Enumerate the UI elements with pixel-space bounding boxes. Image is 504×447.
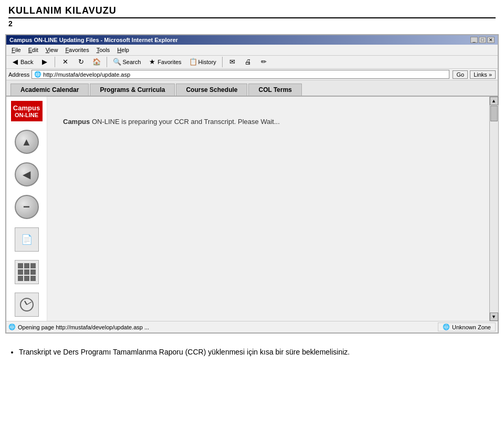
links-button[interactable]: Links » [470, 70, 496, 79]
toolbar-sep-1 [55, 57, 55, 67]
tab-col-terms[interactable]: COL Terms [248, 84, 302, 96]
main-content: Campus ON-LINE is preparing your CCR and… [47, 97, 489, 321]
maximize-button[interactable]: □ [479, 37, 486, 43]
minimize-button[interactable]: _ [470, 37, 478, 43]
address-input[interactable] [43, 71, 447, 78]
menu-help[interactable]: Help [114, 46, 132, 54]
history-button[interactable]: 📋 History [186, 57, 219, 67]
print-icon: 🖨 [244, 58, 253, 66]
browser-content-wrapper: Campus ON-LINE ▲ ◀ − 📄 [6, 97, 498, 321]
tab-programs-curricula[interactable]: Programs & Curricula [90, 84, 175, 96]
stop-button[interactable]: ✕ [58, 57, 72, 67]
address-input-wrap: 🌐 [32, 70, 449, 79]
scrollbar-track [490, 105, 498, 313]
back-button[interactable]: ◀ Back [8, 57, 36, 67]
favorites-button[interactable]: ★ Favorites [145, 57, 184, 67]
scrollbar-right: ▲ ▼ [489, 97, 498, 321]
status-zone: 🌐 Unknown Zone [438, 323, 496, 331]
star-icon: ★ [148, 58, 156, 66]
menu-bar: File Edit View Favorites Tools Help [6, 45, 498, 56]
clock-button[interactable] [15, 293, 39, 317]
back-arrow-button[interactable]: ◀ [15, 162, 39, 186]
zone-label: Unknown Zone [452, 324, 491, 330]
page-number: 2 [8, 19, 496, 28]
go-button[interactable]: Go [453, 70, 468, 79]
logo-campus: Campus [13, 104, 40, 112]
status-page-icon: 🌐 [8, 324, 16, 331]
left-sidebar: Campus ON-LINE ▲ ◀ − 📄 [6, 97, 47, 321]
toolbar: ◀ Back ▶ ✕ ↻ 🏠 🔍 Search ★ Favorites 📋 Hi… [6, 56, 498, 69]
page-title: KULLANIM KILAVUZU [8, 5, 496, 16]
browser-title: Campus ON-LINE Updating Files - Microsof… [9, 37, 178, 43]
print-button[interactable]: 🖨 [242, 57, 255, 67]
up-arrow-button[interactable]: ▲ [15, 130, 39, 154]
browser-window: Campus ON-LINE Updating Files - Microsof… [5, 34, 499, 334]
title-bar: Campus ON-LINE Updating Files - Microsof… [6, 35, 498, 45]
menu-file[interactable]: File [8, 46, 24, 54]
left-arrow-icon: ◀ [23, 168, 30, 181]
home-icon: 🏠 [92, 58, 101, 66]
menu-edit[interactable]: Edit [25, 46, 41, 54]
edit-icon: ✏ [260, 58, 268, 66]
up-arrow-icon: ▲ [22, 136, 32, 148]
search-icon: 🔍 [113, 58, 121, 66]
status-bar: 🌐 Opening page http://mustafa/develop/up… [6, 321, 498, 332]
nav-tabs-bar: Academic Calendar Programs & Curricula C… [6, 80, 498, 97]
minus-button[interactable]: − [15, 195, 39, 219]
toolbar-sep-3 [222, 57, 223, 67]
mail-button[interactable]: ✉ [226, 57, 239, 67]
bottom-section: Transkript ve Ders Programı Tamamlanma R… [0, 338, 504, 368]
page-header: KULLANIM KILAVUZU 2 [0, 0, 504, 30]
grid-button[interactable] [15, 260, 39, 284]
refresh-button[interactable]: ↻ [74, 57, 88, 67]
header-divider [8, 17, 496, 18]
tab-course-schedule[interactable]: Course Schedule [176, 84, 247, 96]
minus-icon: − [23, 200, 30, 214]
edit-button[interactable]: ✏ [257, 57, 271, 67]
zone-icon: 🌐 [443, 324, 450, 330]
logo-online: ON-LINE [13, 112, 40, 118]
menu-favorites[interactable]: Favorites [62, 46, 92, 54]
campus-logo: Campus ON-LINE [11, 101, 43, 121]
menu-tools[interactable]: Tools [93, 46, 113, 54]
grid-icon [18, 263, 36, 281]
scroll-up-button[interactable]: ▲ [490, 97, 498, 105]
clock-icon [20, 298, 34, 311]
bullet-item: Transkript ve Ders Programı Tamamlanma R… [19, 346, 496, 358]
forward-button[interactable]: ▶ [38, 57, 51, 67]
bullet-text: Transkript ve Ders Programı Tamamlanma R… [19, 348, 350, 356]
close-button[interactable]: ✕ [487, 37, 495, 43]
document-icon: 📄 [21, 234, 33, 245]
waiting-prefix: Campus [63, 118, 90, 126]
back-icon: ◀ [11, 58, 19, 66]
stop-icon: ✕ [61, 58, 69, 66]
refresh-icon: ↻ [77, 58, 85, 66]
address-label: Address [8, 71, 29, 78]
search-button[interactable]: 🔍 Search [110, 57, 143, 67]
mail-icon: ✉ [228, 58, 237, 66]
forward-icon: ▶ [40, 58, 49, 66]
history-icon: 📋 [189, 58, 197, 66]
window-controls: _ □ ✕ [470, 37, 495, 43]
menu-view[interactable]: View [43, 46, 61, 54]
toolbar-sep-2 [107, 57, 107, 67]
waiting-text: ON-LINE is preparing your CCR and Transc… [90, 118, 279, 126]
document-button[interactable]: 📄 [15, 227, 39, 252]
status-text: Opening page http://mustafa/develop/upda… [18, 324, 436, 330]
tab-academic-calendar[interactable]: Academic Calendar [10, 84, 89, 96]
scrollbar-thumb[interactable] [490, 106, 498, 121]
scroll-down-button[interactable]: ▼ [490, 313, 498, 321]
waiting-message: Campus ON-LINE is preparing your CCR and… [47, 97, 489, 147]
page-icon: 🌐 [34, 71, 41, 78]
address-bar: Address 🌐 Go Links » [6, 69, 498, 80]
home-button[interactable]: 🏠 [90, 57, 103, 67]
